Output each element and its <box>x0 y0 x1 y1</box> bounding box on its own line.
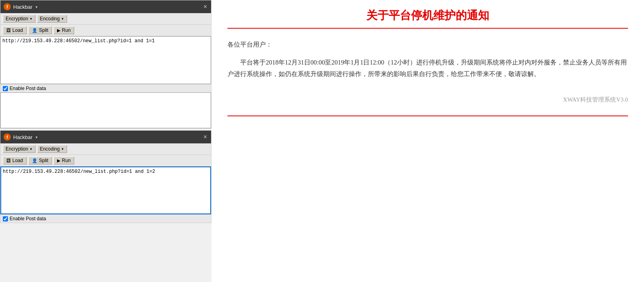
hackbar-chevron-1: ▾ <box>36 5 38 9</box>
enable-post-label-1: Enable Post data <box>10 86 46 91</box>
run-label-1: Run <box>62 27 71 33</box>
url-input-1[interactable]: http://219.153.49.228:46502/new_list.php… <box>0 36 211 84</box>
run-button-1[interactable]: ▶ Run <box>53 26 74 34</box>
encoding-label-2: Encoding <box>40 146 60 152</box>
enable-post-label-2: Enable Post data <box>10 216 46 221</box>
run-icon-1: ▶ <box>57 28 60 33</box>
split-label-1: Split <box>39 27 48 33</box>
encryption-dropdown-1[interactable]: Encryption ▼ <box>3 15 36 23</box>
hackbar-chevron-2: ▾ <box>36 135 38 139</box>
hackbar-title-text-1: Hackbar <box>13 4 32 10</box>
load-icon-2: 🖼 <box>6 158 11 163</box>
encryption-arrow-2: ▼ <box>30 147 33 151</box>
hackbar-actions-2: 🖼 Load 👤 Split ▶ Run <box>0 155 211 166</box>
hackbar-widget-1: f Hackbar ▾ × Encryption ▼ Encoding ▼ 🖼 … <box>0 0 211 129</box>
hackbar-titlebar-1: f Hackbar ▾ × <box>0 0 211 13</box>
split-button-1[interactable]: 👤 Split <box>28 26 52 34</box>
split-button-2[interactable]: 👤 Split <box>28 157 52 164</box>
split-icon-2: 👤 <box>32 158 38 163</box>
encoding-dropdown-1[interactable]: Encoding ▼ <box>37 15 67 23</box>
enable-post-row-2: Enable Post data <box>0 214 211 223</box>
bottom-divider <box>227 116 628 116</box>
encryption-label-1: Encryption <box>6 16 28 22</box>
encoding-arrow-1: ▼ <box>61 17 64 21</box>
hackbar-actions-1: 🖼 Load 👤 Split ▶ Run <box>0 25 211 36</box>
url-input-2[interactable]: http://219.153.49.228:46502/new_list.php… <box>0 166 211 214</box>
encoding-arrow-2: ▼ <box>61 147 64 151</box>
encryption-label-2: Encryption <box>6 146 28 152</box>
hackbar-title-left-1: f Hackbar ▾ <box>4 3 38 10</box>
hackbar-toolbar-2: Encryption ▼ Encoding ▼ <box>0 143 211 155</box>
load-label-2: Load <box>12 158 23 163</box>
hackbar-titlebar-2: f Hackbar ▾ × <box>0 131 211 143</box>
run-label-2: Run <box>62 158 71 163</box>
hackbar-toolbar-1: Encryption ▼ Encoding ▼ <box>0 13 211 25</box>
enable-post-checkbox-2[interactable] <box>3 216 8 221</box>
left-panel: f Hackbar ▾ × Encryption ▼ Encoding ▼ 🖼 … <box>0 0 211 282</box>
load-label-1: Load <box>12 27 23 33</box>
hackbar-title-text-2: Hackbar <box>13 134 32 140</box>
hackbar-widget-2: f Hackbar ▾ × Encryption ▼ Encoding ▼ 🖼 … <box>0 130 211 223</box>
hackbar-logo-2: f <box>4 133 11 141</box>
load-icon-1: 🖼 <box>6 28 11 33</box>
encryption-dropdown-2[interactable]: Encryption ▼ <box>3 145 36 153</box>
enable-post-row-1: Enable Post data <box>0 84 211 92</box>
enable-post-checkbox-1[interactable] <box>3 86 8 91</box>
notice-body: 平台将于2018年12月31日00:00至2019年1月1日12:00（12小时… <box>227 57 628 80</box>
top-divider <box>227 28 628 29</box>
post-data-input-1[interactable] <box>0 92 211 128</box>
run-icon-2: ▶ <box>57 158 60 163</box>
notice-greeting: 各位平台用户： <box>227 41 628 49</box>
encoding-dropdown-2[interactable]: Encoding ▼ <box>37 145 67 153</box>
load-button-2[interactable]: 🖼 Load <box>3 157 27 164</box>
encryption-arrow-1: ▼ <box>30 17 33 21</box>
right-panel: 关于平台停机维护的通知 各位平台用户： 平台将于2018年12月31日00:00… <box>211 0 644 282</box>
hackbar-close-button-1[interactable]: × <box>203 4 208 10</box>
load-button-1[interactable]: 🖼 Load <box>3 26 27 34</box>
notice-signature: XWAY科技管理系统V3.0 <box>227 96 628 104</box>
notice-title: 关于平台停机维护的通知 <box>227 8 628 23</box>
split-label-2: Split <box>39 158 48 163</box>
hackbar-close-button-2[interactable]: × <box>203 134 208 140</box>
split-icon-1: 👤 <box>32 28 38 33</box>
hackbar-logo-1: f <box>4 3 11 10</box>
encoding-label-1: Encoding <box>40 16 60 22</box>
hackbar-title-left-2: f Hackbar ▾ <box>4 133 38 141</box>
run-button-2[interactable]: ▶ Run <box>53 157 74 164</box>
